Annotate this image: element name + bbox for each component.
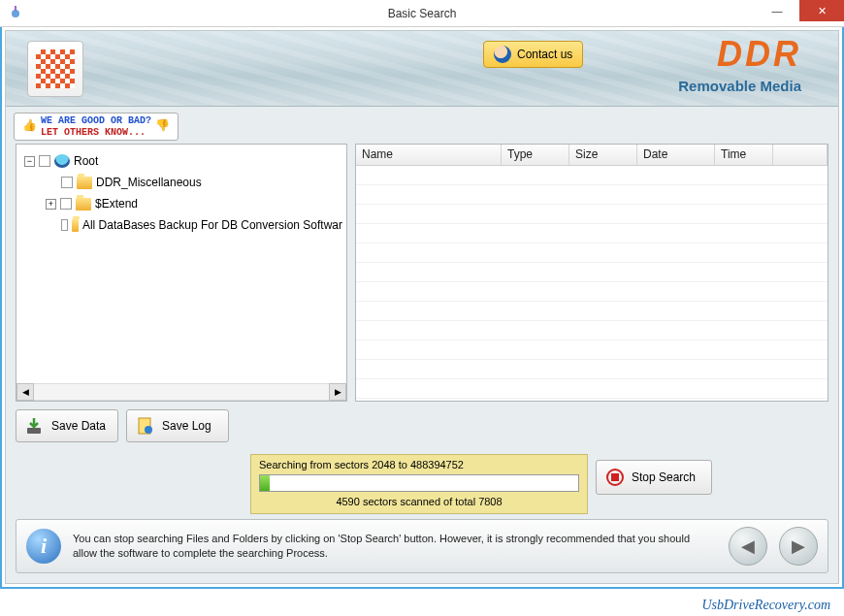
progress-bar — [259, 474, 579, 492]
checkbox[interactable] — [60, 198, 72, 210]
thumbs-up-icon: 👍 — [22, 120, 37, 134]
tree-row[interactable]: + $Extend — [20, 193, 342, 214]
save-data-icon — [24, 416, 44, 436]
folder-icon — [72, 219, 79, 232]
list-body — [356, 166, 828, 401]
review-ribbon[interactable]: 👍 WE ARE GOOD OR BAD? LET OTHERS KNOW...… — [14, 113, 179, 141]
col-time[interactable]: Time — [715, 145, 773, 165]
scroll-right-icon[interactable]: ▶ — [329, 383, 346, 401]
ribbon-line2: LET OTHERS KNOW... — [41, 127, 146, 138]
checkbox[interactable] — [61, 177, 73, 188]
list-header: Name Type Size Date Time — [356, 145, 828, 166]
info-bar: i You can stop searching Files and Folde… — [16, 519, 828, 573]
scroll-track[interactable] — [34, 383, 329, 401]
save-data-label: Save Data — [51, 419, 106, 433]
save-log-label: Save Log — [162, 419, 211, 433]
app-icon — [6, 4, 25, 23]
svg-point-4 — [145, 426, 152, 434]
col-date[interactable]: Date — [637, 145, 715, 165]
checkbox[interactable] — [61, 219, 68, 231]
drive-icon — [54, 154, 70, 168]
ribbon-line1: WE ARE GOOD OR BAD? — [41, 115, 151, 126]
scroll-left-icon[interactable]: ◀ — [16, 383, 34, 401]
info-text: You can stop searching Files and Folders… — [73, 532, 717, 561]
save-log-button[interactable]: Save Log — [126, 409, 229, 442]
svg-rect-1 — [15, 6, 16, 11]
tree-root-row[interactable]: − Root — [20, 150, 342, 172]
col-extra — [773, 145, 828, 165]
stop-search-button[interactable]: Stop Search — [596, 460, 712, 495]
progress-count: 4590 sectors scanned of total 7808 — [259, 496, 579, 507]
tree-label: All DataBases Backup For DB Conversion S… — [82, 218, 342, 232]
col-type[interactable]: Type — [502, 145, 569, 165]
back-button[interactable]: ◀ — [729, 527, 767, 566]
save-data-button[interactable]: Save Data — [16, 409, 118, 442]
info-icon: i — [26, 529, 61, 564]
svg-point-0 — [12, 10, 19, 17]
tree-row[interactable]: DDR_Miscellaneous — [20, 172, 342, 193]
col-name[interactable]: Name — [356, 145, 502, 165]
progress-range: Searching from sectors 2048 to 488394752 — [259, 459, 579, 470]
tree-label: DDR_Miscellaneous — [96, 176, 202, 189]
expand-icon[interactable]: + — [46, 199, 56, 210]
stop-icon — [606, 469, 624, 486]
tree-scrollbar[interactable]: ◀ ▶ — [16, 383, 346, 401]
tree-label: $Extend — [95, 197, 138, 211]
close-button[interactable]: ✕ — [799, 0, 844, 21]
minimize-button[interactable]: — — [755, 0, 799, 21]
titlebar: Basic Search — ✕ — [0, 0, 844, 27]
brand-title: DDR — [717, 37, 801, 72]
tree-row[interactable]: All DataBases Backup For DB Conversion S… — [20, 214, 342, 236]
app-logo — [27, 41, 83, 97]
footer-link[interactable]: UsbDriveRecovery.com — [701, 598, 830, 613]
svg-rect-2 — [27, 428, 41, 434]
checkbox[interactable] — [39, 155, 50, 167]
window-title: Basic Search — [388, 7, 457, 20]
contact-label: Contact us — [517, 48, 572, 61]
folder-icon — [76, 198, 91, 211]
file-list-panel: Name Type Size Date Time — [355, 144, 828, 402]
header-banner: Contact us DDR Removable Media — [6, 31, 838, 107]
save-log-icon — [135, 416, 154, 436]
stop-label: Stop Search — [632, 470, 696, 484]
progress-panel: Searching from sectors 2048 to 488394752… — [250, 454, 588, 514]
brand-subtitle: Removable Media — [678, 78, 801, 94]
folder-tree-panel: − Root DDR_Miscellaneous + $Ex — [16, 144, 347, 402]
tree-label: Root — [74, 154, 98, 168]
thumbs-down-icon: 👎 — [155, 120, 170, 134]
collapse-icon[interactable]: − — [24, 156, 35, 167]
col-size[interactable]: Size — [569, 145, 637, 165]
contact-us-button[interactable]: Contact us — [483, 41, 583, 68]
person-icon — [494, 46, 511, 63]
forward-button[interactable]: ▶ — [779, 527, 818, 566]
folder-icon — [77, 177, 92, 189]
